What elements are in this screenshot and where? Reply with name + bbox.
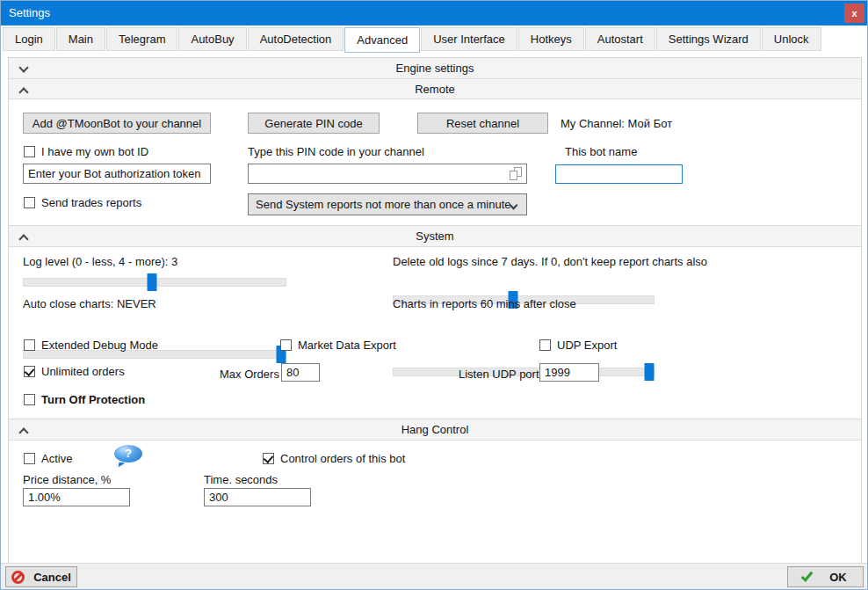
checkbox-box[interactable] [24, 146, 35, 157]
tab-strip: Login Main Telegram AutoBuy AutoDetectio… [3, 27, 822, 54]
chevron-up-icon [20, 426, 27, 433]
system-section-body: Log level (0 - less, 4 - more): 3 Delete… [9, 247, 861, 419]
control-orders-label: Control orders of this bot [280, 452, 405, 465]
own-bot-id-label: I have my own bot ID [41, 145, 148, 158]
copy-icon[interactable] [510, 167, 522, 180]
section-header-hang-control[interactable]: Hang Control [9, 419, 861, 441]
own-bot-id-checkbox[interactable]: I have my own bot ID [24, 145, 148, 158]
chevron-down-icon [20, 65, 27, 72]
market-data-export-checkbox[interactable]: Market Data Export [280, 339, 396, 352]
hang-control-section-body: Active ? Control orders of this bot Pric… [9, 441, 861, 563]
turn-off-protection-label: Turn Off Protection [41, 393, 145, 406]
add-bot-to-channel-button[interactable]: Add @TMoonBot to your channel [23, 113, 211, 134]
pin-code-input[interactable] [248, 164, 527, 184]
dropdown-selected-value: Send System reports not more than once a… [256, 198, 511, 211]
cancel-button-label: Cancel [33, 571, 71, 584]
market-data-export-label: Market Data Export [298, 339, 396, 352]
pin-code-field [248, 164, 527, 184]
extended-debug-label: Extended Debug Mode [41, 339, 158, 352]
checkbox-box[interactable] [280, 339, 292, 351]
question-mark: ? [114, 445, 142, 463]
delete-old-logs-label: Delete old logs since 7 days. If 0, don'… [393, 255, 707, 268]
cancel-button[interactable]: Cancel [5, 566, 77, 587]
settings-window: Settings x Login Main Telegram AutoBuy A… [0, 0, 868, 590]
unlimited-orders-label: Unlimited orders [41, 365, 125, 378]
time-seconds-label: Time. seconds [204, 473, 278, 486]
checkbox-box[interactable] [24, 366, 35, 377]
bot-name-label: This bot name [565, 145, 637, 158]
section-title: System [416, 229, 453, 243]
window-title: Settings [9, 1, 50, 25]
time-seconds-input[interactable] [204, 488, 311, 506]
slider-thumb[interactable] [645, 363, 655, 381]
section-title: Engine settings [396, 62, 474, 75]
chevron-up-icon [20, 86, 27, 93]
ok-button-label: OK [829, 571, 847, 584]
send-trades-checkbox[interactable]: Send trades reports [24, 196, 141, 209]
ok-button[interactable]: OK [787, 566, 864, 587]
bot-token-input[interactable] [23, 164, 211, 184]
auto-close-charts-label: Auto close charts: NEVER [23, 297, 156, 310]
tab-autodetection[interactable]: AutoDetection [248, 27, 344, 51]
tab-autostart[interactable]: Autostart [585, 27, 655, 51]
section-header-engine-settings[interactable]: Engine settings [9, 58, 861, 79]
tab-hotkeys[interactable]: Hotkeys [518, 27, 584, 51]
extended-debug-checkbox[interactable]: Extended Debug Mode [24, 339, 158, 352]
tab-unlock[interactable]: Unlock [762, 27, 821, 51]
tab-main[interactable]: Main [56, 27, 105, 51]
pin-code-label: Type this PIN code in your channel [248, 145, 424, 158]
close-icon[interactable]: x [844, 4, 864, 23]
log-level-slider[interactable] [23, 273, 286, 291]
listen-udp-port-label: Listen UDP port [459, 368, 539, 381]
price-distance-label: Price distance, % [23, 473, 111, 486]
control-orders-checkbox[interactable]: Control orders of this bot [263, 452, 405, 465]
charts-in-reports-label: Charts in reports 60 mins after close [393, 297, 576, 310]
send-trades-label: Send trades reports [41, 196, 141, 209]
slider-thumb[interactable] [148, 273, 157, 291]
price-distance-input[interactable] [23, 488, 130, 506]
checkbox-box[interactable] [24, 453, 35, 464]
chevron-down-icon [510, 202, 517, 209]
footer-bar: Cancel OK [1, 563, 867, 589]
section-title: Hang Control [401, 423, 469, 436]
checkbox-box[interactable] [24, 394, 35, 405]
listen-udp-port-input[interactable] [539, 363, 599, 382]
max-orders-label: Max Orders [220, 368, 279, 381]
checkbox-box[interactable] [539, 339, 551, 351]
tab-advanced[interactable]: Advanced [344, 27, 420, 53]
tab-telegram[interactable]: Telegram [106, 27, 177, 51]
turn-off-protection-checkbox[interactable]: Turn Off Protection [24, 393, 145, 406]
log-level-label: Log level (0 - less, 4 - more): 3 [23, 255, 177, 268]
tab-user-interface[interactable]: User Interface [421, 27, 517, 51]
section-title: Remote [415, 83, 455, 96]
reset-channel-button[interactable]: Reset channel [417, 113, 548, 134]
chevron-up-icon [20, 233, 27, 240]
checkbox-box[interactable] [24, 339, 35, 351]
bot-name-input[interactable] [555, 164, 683, 184]
remote-section-body: Add @TMoonBot to your channel Generate P… [9, 99, 861, 226]
active-checkbox[interactable]: Active [24, 452, 72, 465]
max-orders-input[interactable] [281, 363, 320, 382]
checkbox-box[interactable] [24, 197, 35, 208]
checkmark-icon [801, 569, 814, 581]
settings-accordion: Engine settings Remote Add @TMoonBot to … [8, 57, 862, 564]
generate-pin-button[interactable]: Generate PIN code [248, 113, 380, 134]
checkbox-box[interactable] [263, 453, 274, 464]
section-header-remote[interactable]: Remote [9, 78, 861, 99]
cancel-icon [11, 571, 25, 584]
help-balloon-icon[interactable]: ? [114, 445, 142, 464]
active-label: Active [41, 452, 72, 465]
tab-settings-wizard[interactable]: Settings Wizard [656, 27, 761, 51]
my-channel-label: My Channel: Мой Бот [561, 117, 672, 130]
unlimited-orders-checkbox[interactable]: Unlimited orders [24, 365, 125, 378]
tab-autobuy[interactable]: AutoBuy [178, 27, 246, 51]
udp-export-label: UDP Export [557, 339, 617, 352]
section-header-system[interactable]: System [9, 226, 861, 247]
udp-export-checkbox[interactable]: UDP Export [539, 339, 617, 352]
system-reports-dropdown[interactable]: Send System reports not more than once a… [248, 193, 527, 215]
tab-login[interactable]: Login [3, 27, 55, 51]
title-bar[interactable]: Settings x [1, 1, 867, 25]
